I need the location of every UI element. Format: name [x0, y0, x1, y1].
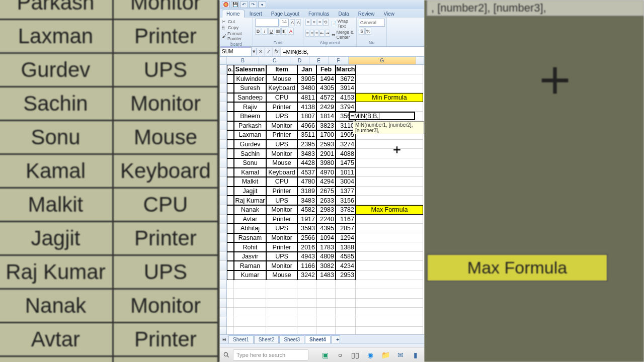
cell[interactable]: 1377 [336, 187, 356, 196]
cell[interactable] [227, 177, 234, 187]
cell[interactable]: 1807 [297, 112, 316, 121]
cell[interactable] [316, 317, 336, 327]
copy-button[interactable]: ⎘Copy [222, 25, 251, 31]
cell[interactable] [356, 289, 423, 299]
cell[interactable]: 3782 [336, 205, 356, 215]
cell[interactable]: Printer [266, 187, 297, 196]
cell[interactable]: Kamal [234, 168, 266, 177]
active-cell-editor[interactable]: =MIN(B:B, [349, 112, 415, 120]
sheet-tab[interactable]: Sheet4 [305, 335, 331, 343]
cell[interactable] [227, 317, 234, 327]
cell[interactable]: Rasnam [234, 233, 266, 243]
font-size-select[interactable]: 14 [280, 19, 289, 27]
cell[interactable]: March [336, 65, 356, 74]
cell[interactable]: CPU [266, 93, 297, 103]
cell[interactable]: 3274 [336, 140, 356, 149]
cell[interactable]: Sachin [234, 149, 266, 158]
cell[interactable]: 2953 [336, 270, 356, 280]
taskbar-app-icon[interactable]: ▣ [318, 348, 332, 361]
cell[interactable] [356, 149, 423, 158]
col-header-b[interactable]: B [227, 57, 259, 64]
cell[interactable]: Printer [266, 215, 297, 224]
row-header[interactable] [220, 270, 227, 280]
cell[interactable]: UPS [266, 224, 297, 233]
cell[interactable] [266, 289, 297, 299]
cell[interactable] [356, 65, 423, 74]
sheet-nav-first[interactable]: ⏮ [222, 337, 226, 342]
cell[interactable]: 4395 [316, 224, 336, 233]
cell[interactable]: Salesman [234, 65, 266, 74]
cell[interactable]: Kumar [234, 270, 266, 280]
cell[interactable]: 3082 [316, 261, 336, 270]
cell[interactable]: 1094 [316, 233, 336, 243]
cell[interactable]: Avtar [234, 215, 266, 224]
orientation-button[interactable]: ⟲ [323, 19, 329, 26]
explorer-icon[interactable]: 📁 [379, 348, 392, 361]
cell[interactable]: 1388 [336, 242, 356, 252]
row-header[interactable] [220, 242, 227, 252]
row-header[interactable] [220, 140, 227, 149]
cell[interactable] [356, 74, 423, 84]
percent-button[interactable]: % [365, 28, 371, 35]
cell[interactable] [336, 308, 356, 317]
cell[interactable]: Jan [297, 65, 316, 74]
cell[interactable]: 1167 [336, 215, 356, 224]
cell[interactable]: 3189 [297, 187, 316, 196]
row-header[interactable] [220, 205, 227, 215]
sheet-tab[interactable]: Sheet1 [228, 335, 254, 343]
enter-formula-button[interactable]: ✓ [265, 47, 273, 56]
cut-button[interactable]: ✂Cut [222, 19, 251, 25]
cell[interactable]: 1700 [316, 130, 336, 140]
row-header[interactable] [220, 224, 227, 233]
border-button[interactable]: ▦ [275, 28, 281, 35]
cell[interactable] [234, 317, 266, 327]
row-header[interactable] [220, 261, 227, 270]
cell[interactable]: Printer [266, 102, 297, 112]
cell[interactable]: Mouse [266, 158, 297, 168]
undo-button[interactable]: ↶ [240, 1, 248, 8]
cortana-icon[interactable]: ○ [334, 348, 347, 361]
cell[interactable] [356, 252, 423, 261]
cell[interactable] [316, 289, 336, 299]
cell[interactable]: 4305 [316, 83, 336, 93]
row-header[interactable] [220, 317, 227, 327]
cell[interactable] [356, 168, 423, 177]
cell[interactable]: 3794 [336, 102, 356, 112]
qat-dropdown[interactable]: ▾ [258, 1, 266, 8]
cell[interactable] [266, 280, 297, 290]
cell[interactable] [227, 187, 234, 196]
cell[interactable] [356, 215, 423, 224]
cell[interactable]: 4572 [316, 93, 336, 103]
cell[interactable]: Monitor [266, 121, 297, 131]
cell[interactable] [227, 83, 234, 93]
app-icon[interactable]: ▮ [409, 348, 422, 361]
tab-page-layout[interactable]: Page Layout [267, 10, 303, 18]
row-header[interactable] [220, 196, 227, 205]
cell[interactable]: 4582 [297, 205, 316, 215]
cell[interactable]: Monitor [266, 233, 297, 243]
cell[interactable]: 3980 [316, 158, 336, 168]
cell[interactable]: Parkash [234, 121, 266, 131]
cell[interactable] [356, 140, 423, 149]
row-header[interactable] [220, 233, 227, 243]
shrink-font-button[interactable]: A [296, 19, 301, 26]
cell[interactable]: 4780 [297, 177, 316, 187]
row-header[interactable] [220, 252, 227, 261]
cell[interactable]: 2429 [316, 102, 336, 112]
cell[interactable] [356, 196, 423, 205]
task-view-icon[interactable]: ▯▯ [349, 348, 362, 361]
align-right-button[interactable]: ≡ [314, 30, 318, 37]
cell[interactable] [227, 224, 234, 233]
fill-color-button[interactable]: ◧ [281, 28, 287, 35]
cell[interactable]: 1011 [336, 168, 356, 177]
cell[interactable] [266, 299, 297, 308]
cell[interactable]: o. [227, 65, 234, 74]
align-bottom-button[interactable]: ≡ [317, 19, 323, 26]
cell[interactable]: UPS [266, 140, 297, 149]
formula-input[interactable]: =MIN(B:B, [281, 47, 424, 56]
cell[interactable]: Monitor [266, 261, 297, 270]
cell[interactable] [316, 299, 336, 308]
sheet-tab[interactable]: Sheet2 [254, 335, 279, 343]
row-header[interactable] [220, 83, 227, 93]
row-header[interactable] [220, 158, 227, 168]
